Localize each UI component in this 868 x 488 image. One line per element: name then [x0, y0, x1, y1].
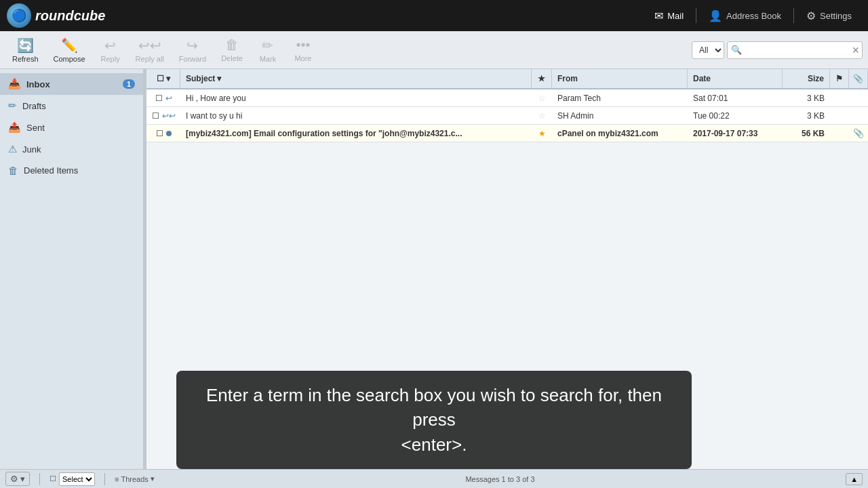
header-flag-col[interactable]: ⚑ — [830, 69, 849, 88]
addressbook-nav-button[interactable]: 👤 Address Book — [699, 5, 791, 26]
table-row[interactable]: ☐ ↩ Hi , How are you ☆ Param Tech Sat 07… — [146, 89, 868, 107]
row-checkbox-1[interactable]: ☐ ↩ — [146, 94, 180, 103]
sidebar-item-deleted[interactable]: 🗑 Deleted Items — [0, 160, 143, 181]
row-star-1[interactable]: ☆ — [532, 94, 552, 103]
forward-icon: ↪ — [186, 37, 198, 54]
gear-arrow: ▾ — [20, 474, 25, 484]
nav-separator-1 — [696, 8, 696, 23]
header-check-col[interactable]: ☐ ▾ — [146, 69, 180, 88]
mark-icon: ✏ — [262, 37, 273, 54]
logo-area: 🔵 roundcube — [7, 3, 645, 28]
select-area: ☐ Select — [50, 472, 95, 486]
attach-header-icon: 📎 — [853, 74, 863, 83]
row-checkbox-3[interactable]: ☐ — [146, 129, 180, 138]
addressbook-icon: 👤 — [709, 9, 722, 22]
settings-nav-button[interactable]: ⚙ Settings — [797, 5, 861, 26]
sidebar-item-junk[interactable]: ⚠ Junk — [0, 138, 143, 160]
compose-label: Compose — [54, 55, 85, 63]
replied-icon: ↩ — [165, 94, 172, 103]
mail-icon: ✉ — [654, 9, 663, 22]
subject-text-2: I want to sy u hi — [186, 111, 242, 121]
email-list: ☐ ▾ Subject ▾ ★ From Date Size ⚑ — [146, 69, 868, 469]
star-icon-2: ☆ — [538, 111, 546, 121]
row-date-1: Sat 07:01 — [688, 94, 783, 103]
mark-button[interactable]: ✏ Mark — [251, 35, 285, 66]
sidebar-sent-label: Sent — [26, 123, 135, 133]
list-header: ☐ ▾ Subject ▾ ★ From Date Size ⚑ — [146, 69, 868, 89]
mark-label: Mark — [260, 55, 276, 63]
header-star-col[interactable]: ★ — [532, 69, 552, 88]
checkbox-icon: ☐ — [155, 94, 163, 103]
nav-separator-2 — [793, 8, 794, 23]
logo-icon: 🔵 — [7, 3, 31, 28]
sidebar-inbox-label: Inbox — [26, 79, 117, 89]
header-from-col[interactable]: From — [552, 69, 688, 88]
inbox-icon: 📥 — [8, 78, 21, 90]
row-from-3: cPanel on mybiz4321.com — [552, 129, 688, 138]
sidebar-item-drafts[interactable]: ✏ Drafts — [0, 95, 143, 117]
forward-button[interactable]: ↪ Forward — [172, 35, 213, 66]
header-size-col[interactable]: Size — [783, 69, 830, 88]
sidebar-drafts-label: Drafts — [22, 101, 135, 111]
threads-button[interactable]: ≡ Threads ▾ — [115, 474, 155, 483]
table-row[interactable]: ☐ [mybiz4321.com] Email configuration se… — [146, 125, 868, 142]
more-icon: ••• — [296, 37, 310, 53]
delete-button[interactable]: 🗑 Delete — [214, 35, 250, 65]
sidebar-item-inbox[interactable]: 📥 Inbox 1 — [0, 73, 143, 95]
row-from-1: Param Tech — [552, 94, 688, 103]
addressbook-nav-label: Address Book — [726, 11, 781, 21]
threads-icon: ≡ — [115, 475, 119, 483]
search-clear-button[interactable]: ✕ — [852, 45, 860, 56]
check-icon: ☐ — [157, 74, 164, 83]
row-size-1: 3 KB — [783, 94, 830, 103]
reply-button[interactable]: ↩ Reply — [94, 35, 127, 66]
row-size-2: 3 KB — [783, 111, 830, 121]
attach-icon-3: 📎 — [853, 128, 864, 138]
settings-gear-button[interactable]: ⚙ ▾ — [5, 472, 30, 486]
select-dropdown[interactable]: Select — [59, 472, 95, 486]
row-date-2: Tue 00:22 — [688, 111, 783, 121]
messages-info: Messages 1 to 3 of 3 — [465, 475, 534, 483]
subject-text-1: Hi , How are you — [186, 94, 246, 103]
table-row[interactable]: ☐ ↩↩ I want to sy u hi ☆ SH Admin Tue 00… — [146, 107, 868, 125]
page-up-button[interactable]: ▲ — [846, 473, 863, 485]
reply-all-icon: ↩↩ — [138, 37, 161, 54]
search-input[interactable] — [727, 41, 863, 59]
star-icon-3: ★ — [538, 129, 546, 138]
refresh-button[interactable]: 🔄 Refresh — [5, 35, 45, 66]
size-header-label: Size — [808, 74, 824, 83]
header-attach-col[interactable]: 📎 — [849, 69, 868, 88]
sort-icon: ▾ — [166, 74, 170, 83]
settings-nav-icon: ⚙ — [806, 9, 816, 22]
compose-button[interactable]: ✏️ Compose — [47, 35, 92, 66]
row-subject-2[interactable]: I want to sy u hi — [180, 111, 532, 121]
more-button[interactable]: ••• More — [286, 35, 320, 65]
toolbar: 🔄 Refresh ✏️ Compose ↩ Reply ↩↩ Reply al… — [0, 31, 868, 69]
search-icon-button[interactable]: 🔍 — [731, 45, 742, 55]
row-star-2[interactable]: ☆ — [532, 111, 552, 121]
search-scope-select[interactable]: All — [692, 41, 724, 59]
row-star-3[interactable]: ★ — [532, 129, 552, 138]
sidebar-deleted-label: Deleted Items — [24, 165, 135, 176]
row-checkbox-2[interactable]: ☐ ↩↩ — [146, 111, 180, 121]
row-subject-3[interactable]: [mybiz4321.com] Email configuration sett… — [180, 129, 532, 138]
more-label: More — [294, 54, 311, 62]
logo-text: roundcube — [35, 8, 105, 24]
reply-all-button[interactable]: ↩↩ Reply all — [129, 35, 171, 66]
row-size-3: 56 KB — [783, 129, 830, 138]
header-subject-col[interactable]: Subject ▾ — [180, 69, 532, 88]
junk-icon: ⚠ — [8, 143, 17, 155]
mail-nav-button[interactable]: ✉ Mail — [645, 5, 693, 26]
header-date-col[interactable]: Date — [688, 69, 783, 88]
row-subject-1[interactable]: Hi , How are you — [180, 94, 532, 103]
drafts-icon: ✏ — [8, 100, 17, 112]
main-area: 📥 Inbox 1 ✏ Drafts 📤 Sent ⚠ Junk 🗑 Delet… — [0, 69, 868, 469]
star-icon-1: ☆ — [538, 94, 546, 103]
delete-label: Delete — [221, 54, 243, 62]
select-check-icon: ☐ — [50, 474, 56, 483]
sidebar-item-sent[interactable]: 📤 Sent — [0, 117, 143, 138]
subject-sort-icon: ▾ — [217, 74, 221, 83]
reply-label: Reply — [101, 55, 120, 63]
topbar: 🔵 roundcube ✉ Mail 👤 Address Book ⚙ Sett… — [0, 0, 868, 31]
unread-bullet — [166, 131, 172, 136]
